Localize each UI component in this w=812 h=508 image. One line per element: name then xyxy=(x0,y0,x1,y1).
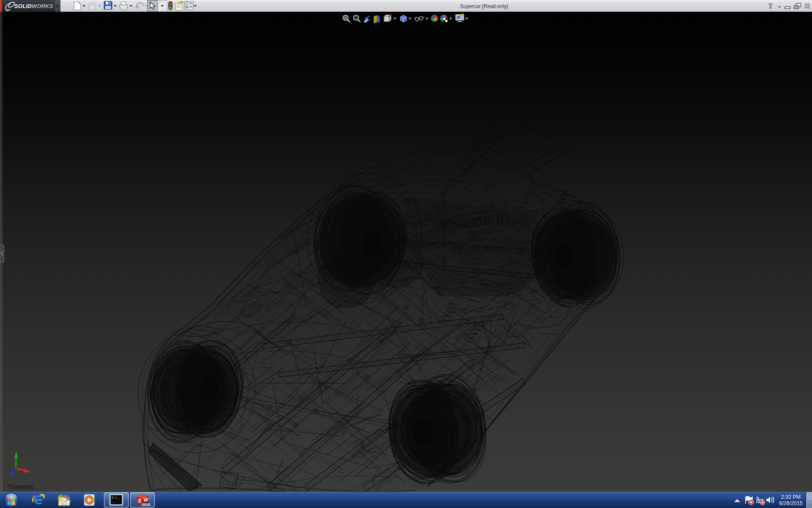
svg-text:*Dimetric: *Dimetric xyxy=(7,483,34,491)
svg-text:?: ? xyxy=(768,3,773,10)
svg-text:2:32 PM: 2:32 PM xyxy=(781,494,801,500)
svg-text:6/26/2015: 6/26/2015 xyxy=(779,500,803,506)
svg-text:S: S xyxy=(138,498,141,504)
svg-text:2015: 2015 xyxy=(142,502,150,507)
svg-text:C:\_: C:\_ xyxy=(112,496,120,500)
